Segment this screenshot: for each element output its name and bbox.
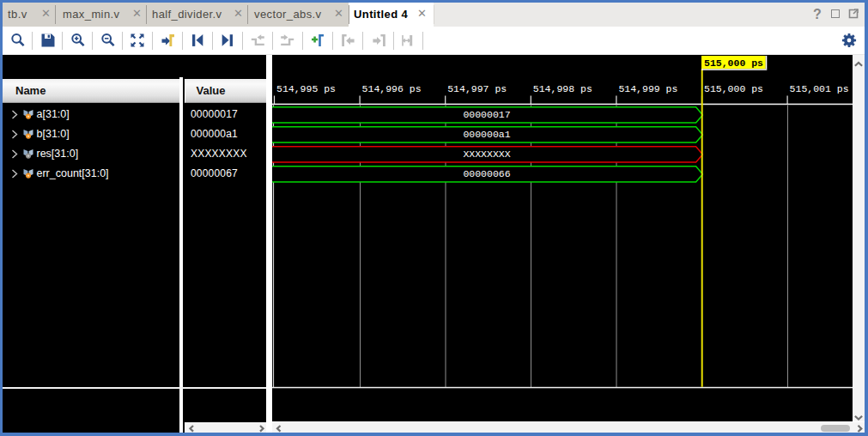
svg-text:000000a1: 000000a1 xyxy=(463,129,510,140)
svg-text:515,000 ps: 515,000 ps xyxy=(704,83,763,94)
svg-text:514,996 ps: 514,996 ps xyxy=(362,83,422,94)
svg-text:00000066: 00000066 xyxy=(463,168,510,179)
svg-text:514,998 ps: 514,998 ps xyxy=(533,83,592,94)
svg-text:XXXXXXXX: XXXXXXXX xyxy=(463,148,510,160)
svg-text:00000017: 00000017 xyxy=(463,109,510,120)
svg-text:515,001 ps: 515,001 ps xyxy=(790,83,849,94)
svg-text:515,000 ps: 515,000 ps xyxy=(704,58,763,69)
svg-text:514,995 ps: 514,995 ps xyxy=(276,83,336,94)
svg-text:514,997 ps: 514,997 ps xyxy=(447,83,507,94)
svg-text:514,999 ps: 514,999 ps xyxy=(618,83,677,94)
